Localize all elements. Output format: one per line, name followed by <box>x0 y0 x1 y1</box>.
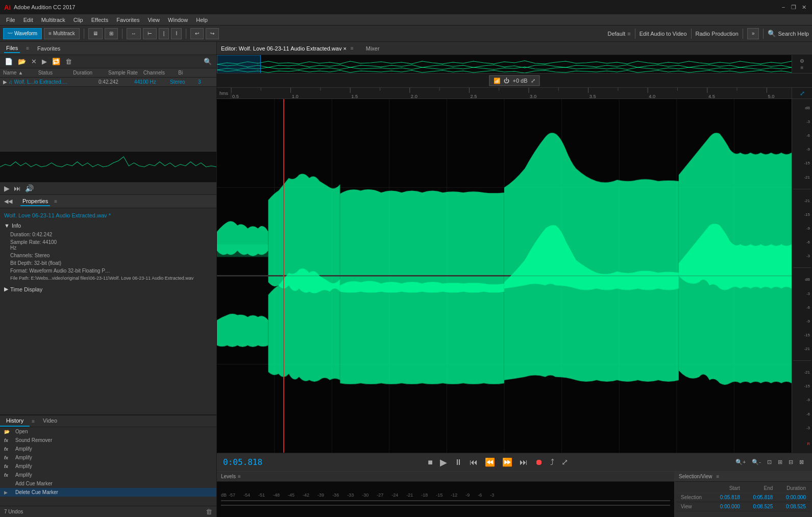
history-tab[interactable]: History <box>0 415 30 427</box>
svg-text:3.0: 3.0 <box>530 94 536 99</box>
tool-btn-move[interactable]: ↔ <box>127 28 141 39</box>
power-icon: ⏻ <box>504 78 509 84</box>
tool-btn-razor[interactable]: | <box>159 28 169 39</box>
overview-settings-btn[interactable]: ⚙ <box>800 58 804 64</box>
radio-production-label[interactable]: Radio Production <box>696 31 739 37</box>
delete-file-btn[interactable]: 🗑 <box>64 57 73 66</box>
tool-btn-1[interactable]: 🖥 <box>88 28 103 39</box>
favorites-tab[interactable]: Favorites <box>35 44 62 53</box>
time-display-title[interactable]: ▶ Time Display <box>4 286 212 292</box>
extend-btn[interactable]: ⤢ <box>559 456 570 468</box>
zoom-sel-btn[interactable]: ⊡ <box>765 458 774 466</box>
level-bar-right <box>221 505 670 506</box>
info-section-title[interactable]: ▼ Info <box>4 223 212 229</box>
next-button[interactable]: ⏭ <box>518 457 530 468</box>
zoom-full-btn[interactable]: ⊟ <box>786 458 795 466</box>
mini-volume-btn[interactable]: 🔊 <box>25 184 34 192</box>
tool-undo[interactable]: ↩ <box>190 28 204 39</box>
tool-btn-sel[interactable]: ⊢ <box>143 28 157 39</box>
selection-view-title: Selection/View <box>679 474 712 479</box>
mini-play-btn[interactable]: ▶ <box>4 184 10 192</box>
history-addcue-label: Add Cue Marker <box>15 481 53 486</box>
sel-start-value: 0:05.818 <box>711 493 744 502</box>
close-button[interactable]: ✕ <box>800 3 808 11</box>
menu-view[interactable]: View <box>143 14 164 26</box>
more-workspaces-button[interactable]: » <box>747 28 759 39</box>
history-item-soundremover[interactable]: fx Sound Remover <box>0 436 216 445</box>
stop-button[interactable]: ■ <box>426 457 435 468</box>
svg-rect-2 <box>217 55 260 73</box>
bottom-transport: 0:05.818 ■ ▶ ⏸ ⏮ ⏪ ⏩ ⏭ ⏺ ⤴ ⤢ 🔍+ 🔍- ⊡ ⊞ ⊟… <box>217 453 812 471</box>
menu-window[interactable]: Window <box>164 14 192 26</box>
waveform-svg <box>217 99 792 453</box>
history-amplify-1-label: Amplify <box>15 446 32 452</box>
history-item-deletecue[interactable]: ▶ Delete Cue Marker <box>0 488 216 497</box>
loop-out-btn[interactable]: ⤴ <box>548 457 556 468</box>
open-file-btn[interactable]: 📂 <box>16 57 28 66</box>
restore-button[interactable]: ❐ <box>790 3 798 11</box>
current-time-display: 0:05.818 <box>223 457 262 467</box>
prop-format: Format: Waveform Audio 32-bit Floating P… <box>4 267 212 275</box>
new-file-btn[interactable]: 📄 <box>3 57 14 66</box>
tool-btn-2[interactable]: ⊞ <box>105 28 118 39</box>
mini-skip-btn[interactable]: ⏭ <box>14 184 21 192</box>
history-item-open[interactable]: 📂 Open <box>0 427 216 436</box>
play-button[interactable]: ▶ <box>438 456 449 469</box>
properties-tab[interactable]: Properties <box>20 197 50 206</box>
tool-btn-i[interactable]: I <box>171 28 182 39</box>
properties-menu-icon: ≡ <box>54 199 57 204</box>
clear-history-button[interactable]: 🗑 <box>206 508 212 515</box>
svg-text:4.5: 4.5 <box>708 94 715 99</box>
time-display-section: ▶ Time Display <box>4 286 212 292</box>
record-button[interactable]: ⏺ <box>533 457 545 468</box>
search-files-btn[interactable]: 🔍 <box>202 57 213 66</box>
zoom-extra-btn[interactable]: ⊠ <box>797 458 806 466</box>
history-item-amplify-4[interactable]: fx Amplify <box>0 471 216 479</box>
multitrack-icon: ≡ <box>48 31 52 36</box>
menu-favorites[interactable]: Favorites <box>112 14 143 26</box>
rewind-button[interactable]: ⏪ <box>483 456 497 468</box>
menu-edit[interactable]: Edit <box>19 14 37 26</box>
col-duration-header: Duration <box>73 70 108 76</box>
tool-redo[interactable]: ↪ <box>206 28 219 39</box>
multitrack-mode-button[interactable]: ≡ Multitrack <box>44 28 80 39</box>
history-item-amplify-2[interactable]: fx Amplify <box>0 453 216 462</box>
video-tab[interactable]: Video <box>37 415 63 427</box>
mixer-tab[interactable]: Mixer <box>366 45 380 52</box>
level-scale: dB -57 -54 -51 -48 -45 -42 -39 -36 -33 -… <box>221 493 670 498</box>
pause-button[interactable]: ⏸ <box>452 457 464 468</box>
history-item-amplify-3[interactable]: fx Amplify <box>0 462 216 471</box>
waveform-mode-button[interactable]: 〰 Waveform <box>3 28 42 39</box>
file-row[interactable]: ▶ ♫ Wolf. L...io Extracted.wav * 0:42.24… <box>0 78 216 87</box>
toolbar-separator-1 <box>84 29 84 39</box>
ffwd-button[interactable]: ⏩ <box>500 456 514 468</box>
autoplay-btn[interactable]: ▶ <box>40 57 48 66</box>
toolbar-separator-3 <box>186 29 186 39</box>
waveform-canvas[interactable] <box>217 99 792 453</box>
zoom-out-btn[interactable]: 🔍- <box>750 458 763 466</box>
menu-effects[interactable]: Effects <box>87 14 112 26</box>
history-item-addcue[interactable]: Add Cue Marker <box>0 479 216 488</box>
files-tab[interactable]: Files <box>4 44 20 53</box>
zoom-fit-btn[interactable]: ⊞ <box>776 458 784 466</box>
close-file-btn[interactable]: ✕ <box>30 57 38 66</box>
menu-help[interactable]: Help <box>192 14 212 26</box>
history-bottom-bar: 7 Undos 🗑 <box>0 506 216 517</box>
history-item-amplify-1[interactable]: fx Amplify <box>0 445 216 453</box>
edit-audio-video-label[interactable]: Edit Audio to Video <box>639 31 687 37</box>
minimize-button[interactable]: − <box>779 3 788 11</box>
menu-clip[interactable]: Clip <box>69 14 87 26</box>
file-bitdepth: 3 <box>198 79 213 85</box>
title-left: Ai Adobe Audition CC 2017 <box>4 4 75 11</box>
levels-menu-icon: ≡ <box>238 474 241 479</box>
prev-button[interactable]: ⏮ <box>467 457 480 468</box>
menu-multitrack[interactable]: Multitrack <box>37 14 69 26</box>
zoom-in-btn[interactable]: 🔍+ <box>733 458 748 466</box>
properties-filename: Wolf. Love 06-23-11 Audio Extracted.wav … <box>4 212 212 218</box>
loop-btn[interactable]: 🔁 <box>51 57 62 66</box>
overview-menu-btn[interactable]: ≡ <box>801 65 804 70</box>
toolbar-separator-6 <box>743 29 743 39</box>
menu-file[interactable]: File <box>2 14 19 26</box>
ruler-expand-btn[interactable]: ⤢ <box>800 90 805 97</box>
editor-tab[interactable]: Editor: Wolf. Love 06-23-11 Audio Extrac… <box>221 45 347 52</box>
